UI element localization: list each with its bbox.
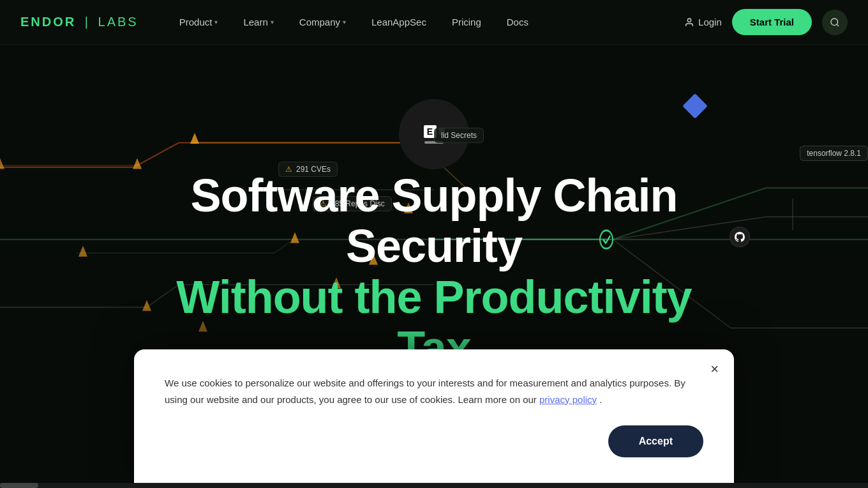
scrollbar-thumb[interactable] <box>0 483 38 488</box>
cookie-close-button[interactable]: × <box>710 362 719 376</box>
cookie-overlay: × We use cookies to personalize our webs… <box>0 0 868 488</box>
cookie-accept-button[interactable]: Accept <box>608 425 703 457</box>
scrollbar-track <box>0 483 868 488</box>
cookie-dialog: × We use cookies to personalize our webs… <box>134 349 734 488</box>
privacy-policy-link[interactable]: privacy policy <box>539 394 597 405</box>
cookie-text: We use cookies to personalize our websit… <box>165 375 703 408</box>
